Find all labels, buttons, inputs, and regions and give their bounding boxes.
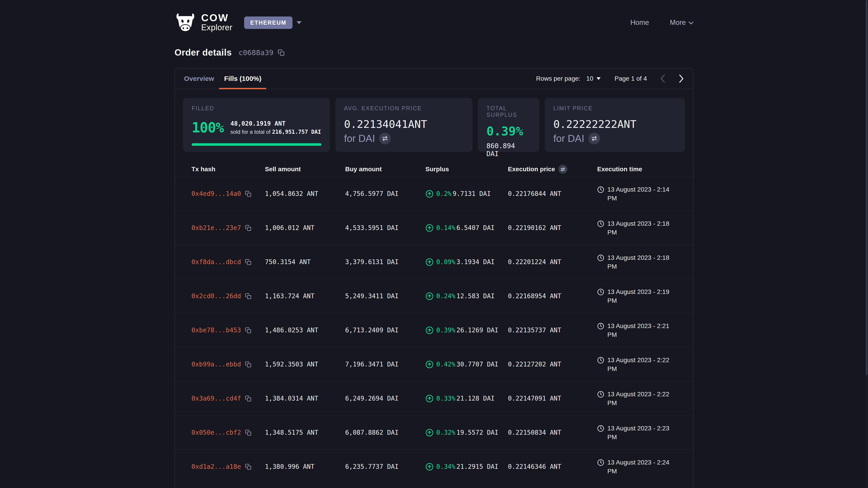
sell-amount-cell: 1,384.0314 ANT	[265, 395, 345, 402]
tx-hash-cell: 0xd1a2...a18e	[191, 463, 265, 470]
buy-amount-cell: 6,087.8862 DAI	[345, 429, 426, 436]
page-container: COW Explorer ETHEREUM Home More Order de…	[175, 0, 693, 488]
page-indicator: Page 1 of 4	[615, 75, 647, 82]
tab-overview[interactable]: Overview	[179, 68, 219, 89]
network-selector-badge[interactable]: ETHEREUM	[244, 17, 292, 29]
filled-details: 48,020.1919 ANT sold for a total of 216,…	[230, 120, 321, 135]
nav-link-home[interactable]: Home	[630, 19, 649, 27]
invert-price-icon[interactable]	[379, 133, 391, 144]
execution-price-cell: 0.22168954 ANT	[508, 292, 597, 300]
copy-tx-hash-icon[interactable]	[245, 225, 251, 231]
page-title: Order details	[175, 47, 232, 58]
main-nav: Home More	[630, 19, 693, 27]
clock-icon	[597, 254, 604, 261]
surplus-cell: 0.14% 6.5407 DAI	[426, 224, 508, 232]
copy-order-id-icon[interactable]	[278, 49, 285, 56]
execution-time-text: 13 August 2023 - 2:22 PM	[608, 356, 669, 373]
tx-hash-link[interactable]: 0x2cd0...26dd	[191, 292, 241, 300]
cow-explorer-logo[interactable]: COW Explorer	[175, 13, 232, 32]
execution-time-text: 13 August 2023 - 2:18 PM	[608, 219, 669, 237]
previous-page-button[interactable]	[660, 74, 665, 83]
limit-price-card: LIMIT PRICE 0.22222222ANT for DAI	[545, 98, 685, 152]
surplus-amount: 26.1269 DAI	[456, 326, 498, 334]
total-surplus-amount: 860.894 DAI	[487, 142, 531, 158]
execution-time-cell: 13 August 2023 - 2:22 PM	[597, 390, 687, 408]
tx-hash-link[interactable]: 0x3a69...cd4f	[191, 395, 241, 402]
arrow-up-circle-icon	[426, 463, 434, 471]
surplus-cell: 0.09% 3.1934 DAI	[426, 258, 508, 266]
filled-label: FILLED	[192, 105, 321, 111]
copy-tx-hash-icon[interactable]	[245, 327, 251, 333]
column-header-buy-amount: Buy amount	[345, 166, 426, 173]
execution-time-cell: 13 August 2023 - 2:19 PM	[597, 287, 687, 305]
execution-time-cell: 13 August 2023 - 2:14 PM	[597, 185, 687, 203]
surplus-cell: 0.24% 12.583 DAI	[426, 292, 508, 300]
buy-amount-cell: 6,249.2694 DAI	[345, 395, 426, 402]
tx-hash-cell: 0x050e...cbf2	[191, 429, 265, 436]
surplus-percent: 0.39%	[436, 326, 455, 334]
surplus-cell: 0.33% 21.128 DAI	[426, 394, 508, 402]
buy-amount-cell: 4,756.5977 DAI	[345, 190, 426, 197]
vertical-scrollbar[interactable]	[865, 0, 868, 488]
execution-price-cell: 0.22150834 ANT	[508, 429, 597, 436]
execution-price-cell: 0.22201224 ANT	[508, 258, 597, 266]
tx-hash-cell: 0xb99a...ebbd	[191, 361, 265, 368]
tx-hash-link[interactable]: 0xd1a2...a18e	[191, 463, 241, 470]
tx-hash-link[interactable]: 0x4ed9...14a0	[191, 190, 241, 197]
table-row: 0xbe78...b453 1,486.0253 ANT 6,713.2409 …	[175, 313, 693, 347]
table-row: 0x050e...cbf2 1,348.5175 ANT 6,087.8862 …	[175, 415, 693, 449]
execution-price-cell: 0.22147091 ANT	[508, 395, 597, 402]
tx-hash-link[interactable]: 0xb21e...23e7	[191, 224, 241, 232]
copy-tx-hash-icon[interactable]	[245, 191, 251, 197]
arrow-up-circle-icon	[426, 190, 434, 198]
order-id: c0688a39	[239, 48, 273, 57]
sell-amount-cell: 750.3154 ANT	[265, 258, 345, 266]
invert-price-icon[interactable]	[558, 165, 567, 174]
surplus-amount: 21.2915 DAI	[456, 463, 498, 470]
nav-link-more[interactable]: More	[670, 19, 693, 27]
execution-time-text: 13 August 2023 - 2:14 PM	[608, 185, 669, 203]
copy-tx-hash-icon[interactable]	[245, 259, 251, 265]
surplus-amount: 21.128 DAI	[456, 395, 495, 402]
execution-time-text: 13 August 2023 - 2:19 PM	[608, 287, 669, 305]
logo-wordmark: COW Explorer	[201, 13, 232, 32]
buy-amount-cell: 6,235.7737 DAI	[345, 463, 426, 470]
column-header-sell-amount: Sell amount	[265, 166, 345, 173]
top-navigation-bar: COW Explorer ETHEREUM Home More	[175, 0, 693, 35]
filled-amount: 48,020.1919 ANT	[230, 120, 321, 127]
copy-tx-hash-icon[interactable]	[245, 429, 251, 436]
table-row: 0xd1a2...a18e 1,380.996 ANT 6,235.7737 D…	[175, 449, 693, 484]
copy-tx-hash-icon[interactable]	[245, 464, 251, 470]
table-header-row: Tx hash Sell amount Buy amount Surplus E…	[175, 162, 693, 176]
arrow-up-circle-icon	[426, 326, 434, 334]
execution-time-text: 13 August 2023 - 2:24 PM	[608, 458, 669, 476]
surplus-amount: 30.7707 DAI	[456, 361, 498, 368]
tx-hash-link[interactable]: 0xb99a...ebbd	[191, 361, 241, 368]
execution-price-cell: 0.22135737 ANT	[508, 326, 597, 334]
copy-tx-hash-icon[interactable]	[245, 395, 251, 402]
tab-fills[interactable]: Fills (100%)	[219, 68, 266, 89]
tx-hash-cell: 0x3a69...cd4f	[191, 395, 265, 402]
next-page-button[interactable]	[679, 74, 684, 83]
column-header-tx-hash: Tx hash	[191, 166, 265, 173]
chevron-down-icon	[688, 22, 693, 25]
tx-hash-link[interactable]: 0xf8da...dbcd	[191, 258, 241, 266]
limit-price-unit: for DAI	[553, 133, 584, 144]
rows-per-page-select[interactable]: 10	[586, 75, 600, 82]
tx-hash-link[interactable]: 0x050e...cbf2	[191, 429, 241, 436]
invert-price-icon[interactable]	[588, 133, 600, 144]
avg-execution-price-value: 0.22134041ANT	[344, 118, 464, 130]
page-title-row: Order details c0688a39	[175, 47, 693, 58]
copy-tx-hash-icon[interactable]	[245, 293, 251, 299]
table-row: 0x2cd0...26dd 1,163.724 ANT 5,249.3411 D…	[175, 279, 693, 313]
cow-head-icon	[175, 13, 196, 32]
copy-tx-hash-icon[interactable]	[245, 361, 251, 367]
buy-amount-cell: 7,196.3471 DAI	[345, 361, 426, 368]
total-surplus-label: TOTAL SURPLUS	[487, 105, 531, 118]
tx-hash-link[interactable]: 0xbe78...b453	[191, 326, 241, 334]
column-header-execution-time: Execution time	[597, 166, 687, 173]
execution-time-text: 13 August 2023 - 2:22 PM	[608, 390, 669, 408]
scrollbar-thumb[interactable]	[866, 0, 868, 375]
surplus-cell: 0.2% 9.7131 DAI	[426, 190, 508, 198]
sell-amount-cell: 1,006.012 ANT	[265, 224, 345, 232]
